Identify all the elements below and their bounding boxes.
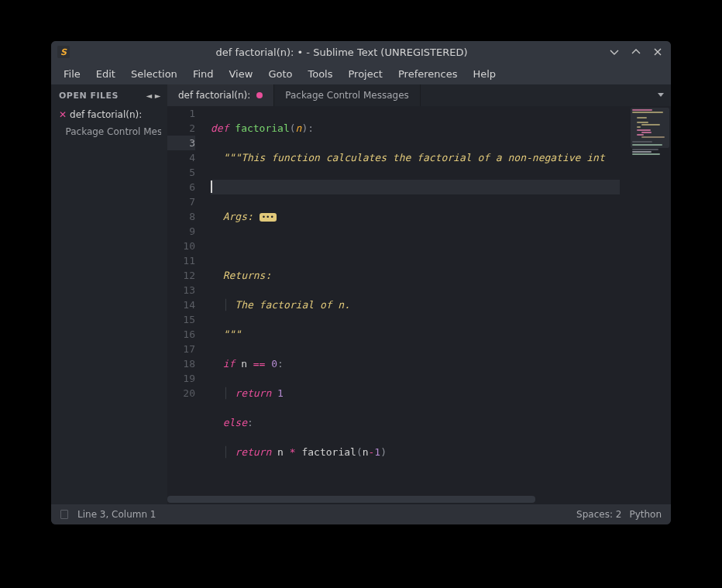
open-files-nav[interactable]: ◄ ► xyxy=(146,91,167,100)
menu-bar: File Edit Selection Find View Goto Tools… xyxy=(51,63,671,84)
text-cursor xyxy=(211,181,212,193)
panel-icon[interactable] xyxy=(60,510,68,519)
tab-row: OPEN FILES ◄ ► def factorial(n): Package… xyxy=(51,84,671,106)
sidebar-item-label: Package Control Messages xyxy=(66,126,161,137)
prev-file-icon[interactable]: ◄ xyxy=(146,91,153,100)
menu-view[interactable]: View xyxy=(222,65,261,83)
sidebar[interactable]: ✕ def factorial(n): Package Control Mess… xyxy=(51,106,167,495)
main-area: ✕ def factorial(n): Package Control Mess… xyxy=(51,106,671,495)
status-spaces[interactable]: Spaces: 2 xyxy=(576,509,621,520)
menu-selection[interactable]: Selection xyxy=(123,65,185,83)
menu-tools[interactable]: Tools xyxy=(300,65,340,83)
sidebar-item-package-control[interactable]: Package Control Messages xyxy=(51,123,167,140)
hscroll-track[interactable] xyxy=(167,495,671,504)
tab-factorial[interactable]: def factorial(n): xyxy=(167,84,274,106)
status-syntax[interactable]: Python xyxy=(629,509,662,520)
editor: 1 2 3 4 5 6 7 8 9 10 11 12 13 14 15 16 1… xyxy=(167,106,671,495)
tab-label: def factorial(n): xyxy=(178,90,250,101)
line-number[interactable]: 1 xyxy=(167,106,195,121)
app-icon: S xyxy=(57,46,70,58)
sidebar-item-factorial[interactable]: ✕ def factorial(n): xyxy=(51,106,167,123)
line-number[interactable]: 19 xyxy=(167,371,195,386)
line-number[interactable]: 10 xyxy=(167,239,195,253)
maximize-button[interactable] xyxy=(631,46,641,57)
menu-file[interactable]: File xyxy=(56,65,88,83)
sidebar-item-label: def factorial(n): xyxy=(70,109,142,120)
dirty-indicator-icon xyxy=(256,92,263,98)
close-button[interactable] xyxy=(652,46,663,57)
next-file-icon[interactable]: ► xyxy=(155,91,161,100)
horizontal-scrollbar[interactable] xyxy=(51,495,671,504)
fold-marker-icon[interactable]: ••• xyxy=(260,213,277,222)
line-number[interactable]: 11 xyxy=(167,253,195,268)
tabs: def factorial(n): Package Control Messag… xyxy=(167,84,651,106)
app-window: S def factorial(n): • - Sublime Text (UN… xyxy=(51,41,671,524)
line-number[interactable]: 16 xyxy=(167,327,195,342)
close-icon[interactable]: ✕ xyxy=(59,110,67,119)
minimap-content xyxy=(632,109,666,156)
hscroll-spacer xyxy=(51,495,167,504)
line-number[interactable]: 2 xyxy=(167,121,195,136)
title-bar[interactable]: S def factorial(n): • - Sublime Text (UN… xyxy=(51,41,671,63)
line-number[interactable]: 5 xyxy=(167,165,195,180)
open-files-header: OPEN FILES ◄ ► xyxy=(51,84,167,106)
line-number[interactable]: 15 xyxy=(167,312,195,327)
menu-edit[interactable]: Edit xyxy=(88,65,123,83)
status-bar: Line 3, Column 1 Spaces: 2 Python xyxy=(51,504,671,524)
line-number[interactable]: 13 xyxy=(167,283,195,297)
tab-overflow-button[interactable] xyxy=(651,84,671,106)
window-title: def factorial(n): • - Sublime Text (UNRE… xyxy=(74,46,609,58)
line-number[interactable]: 6 xyxy=(167,180,195,194)
code-area[interactable]: def factorial(n): """This function calcu… xyxy=(203,106,627,495)
line-number[interactable]: 12 xyxy=(167,268,195,283)
menu-goto[interactable]: Goto xyxy=(260,65,300,83)
line-number[interactable]: 20 xyxy=(167,386,195,401)
minimize-button[interactable] xyxy=(609,46,620,57)
open-files-label: OPEN FILES xyxy=(59,91,119,101)
tab-package-control[interactable]: Package Control Messages xyxy=(274,84,421,106)
menu-find[interactable]: Find xyxy=(185,65,222,83)
line-number[interactable]: 4 xyxy=(167,150,195,165)
line-number[interactable]: 17 xyxy=(167,342,195,356)
line-number[interactable]: 18 xyxy=(167,356,195,371)
tab-label: Package Control Messages xyxy=(285,90,409,101)
minimap[interactable] xyxy=(627,106,671,495)
window-controls xyxy=(609,46,665,57)
menu-help[interactable]: Help xyxy=(465,65,504,83)
menu-preferences[interactable]: Preferences xyxy=(390,65,465,83)
line-number[interactable]: 7 xyxy=(167,194,195,209)
status-position[interactable]: Line 3, Column 1 xyxy=(77,509,156,520)
line-number[interactable]: 8 xyxy=(167,209,195,224)
line-number[interactable]: 3 xyxy=(167,136,195,150)
line-number[interactable]: 9 xyxy=(167,224,195,239)
line-number[interactable]: 14 xyxy=(167,297,195,312)
menu-project[interactable]: Project xyxy=(340,65,390,83)
gutter[interactable]: 1 2 3 4 5 6 7 8 9 10 11 12 13 14 15 16 1… xyxy=(167,106,203,495)
hscroll-thumb[interactable] xyxy=(167,496,535,503)
